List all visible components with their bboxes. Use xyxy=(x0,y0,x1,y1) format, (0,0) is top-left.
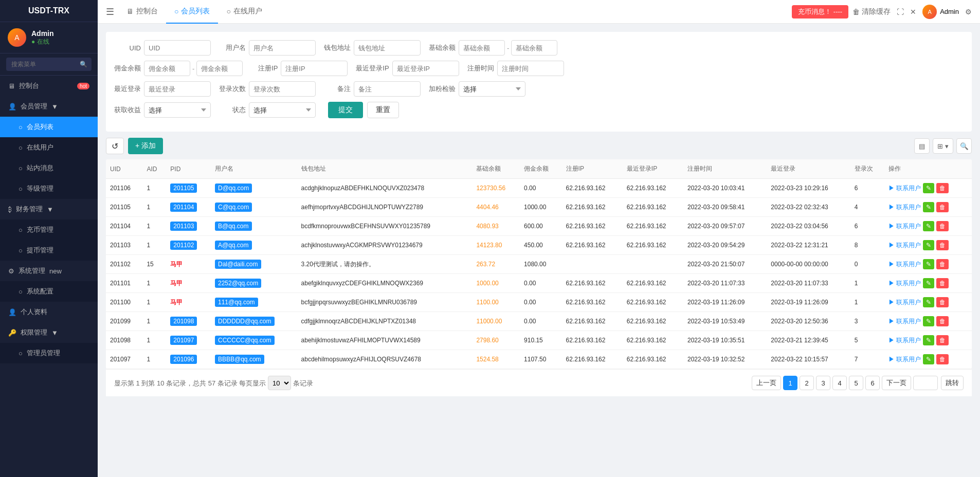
last-login-ip-input[interactable] xyxy=(392,61,459,76)
page-6-button[interactable]: 6 xyxy=(865,376,880,390)
topbar-nav-dashboard[interactable]: 🖥 控制台 xyxy=(118,0,166,24)
sidebar-item-finance[interactable]: ₿ 财务管理 ▼ xyxy=(0,199,98,219)
fullscreen-button[interactable]: ⛶ xyxy=(897,8,904,16)
earnings-select[interactable]: 选择 xyxy=(144,102,211,118)
last-login-input[interactable] xyxy=(144,81,211,97)
wallet-input[interactable] xyxy=(354,40,421,56)
pid-badge[interactable]: 201104 xyxy=(170,203,197,212)
contact-user-button[interactable]: ▶ 联系用户 xyxy=(888,317,921,326)
next-page-button[interactable]: 下一页 xyxy=(882,376,911,390)
delete-button[interactable]: 🗑 xyxy=(936,259,949,269)
table-search-button[interactable]: 🔍 xyxy=(956,138,972,154)
sidebar-item-permission[interactable]: 🔑 权限管理 ▼ xyxy=(0,322,98,343)
contact-user-button[interactable]: ▶ 联系用户 xyxy=(888,184,921,193)
username-badge[interactable]: D@qq.com xyxy=(215,184,252,193)
username-badge[interactable]: C@qq.com xyxy=(215,203,252,212)
username-badge[interactable]: 2252@qq.com xyxy=(215,279,261,288)
sidebar-item-profile[interactable]: 👤 个人资料 xyxy=(0,302,98,322)
add-member-button[interactable]: + 添加 xyxy=(128,138,163,154)
clear-cache-button[interactable]: 🗑 清除缓存 xyxy=(852,7,891,16)
edit-button[interactable]: ✎ xyxy=(923,240,934,250)
sidebar-item-member-mgmt[interactable]: 👤 会员管理 ▼ xyxy=(0,96,98,117)
refresh-button[interactable]: ↺ xyxy=(106,138,124,154)
username-badge[interactable]: A@qq.com xyxy=(215,241,252,250)
edit-button[interactable]: ✎ xyxy=(923,183,934,193)
username-badge[interactable]: 111@qq.com xyxy=(215,298,258,307)
username-badge[interactable]: Dal@daili.com xyxy=(215,260,261,269)
delete-button[interactable]: 🗑 xyxy=(936,354,949,364)
page-1-button[interactable]: 1 xyxy=(783,376,797,390)
list-view-button[interactable]: ▤ xyxy=(914,138,930,154)
commission-min-input[interactable] xyxy=(144,61,190,76)
sidebar-item-dashboard[interactable]: 🖥 控制台 hot xyxy=(0,76,98,96)
menu-toggle-button[interactable]: ☰ xyxy=(106,6,114,17)
commission-max-input[interactable] xyxy=(196,61,243,76)
login-count-input[interactable] xyxy=(249,81,316,97)
goto-button[interactable]: 跳转 xyxy=(941,376,964,390)
username-badge[interactable]: BBBB@qq.com xyxy=(215,355,264,364)
sidebar-item-level-mgmt[interactable]: ○ 等级管理 xyxy=(0,178,98,199)
search-input[interactable] xyxy=(6,58,92,71)
sidebar-item-site-notice[interactable]: ○ 站内消息 xyxy=(0,158,98,178)
contact-user-button[interactable]: ▶ 联系用户 xyxy=(888,336,921,345)
username-badge[interactable]: DDDDDD@qq.com xyxy=(215,317,275,326)
fan-check-select[interactable]: 选择 xyxy=(459,81,525,97)
delete-button[interactable]: 🗑 xyxy=(936,278,949,288)
delete-button[interactable]: 🗑 xyxy=(936,221,949,231)
contact-user-button[interactable]: ▶ 联系用户 xyxy=(888,222,921,231)
pid-badge[interactable]: 201096 xyxy=(170,355,197,364)
sidebar-item-recharge[interactable]: ○ 充币管理 xyxy=(0,219,98,240)
goto-page-input[interactable] xyxy=(913,376,938,390)
status-select[interactable]: 选择 xyxy=(249,102,316,118)
admin-menu[interactable]: A Admin xyxy=(922,5,959,19)
page-4-button[interactable]: 4 xyxy=(832,376,847,390)
delete-button[interactable]: 🗑 xyxy=(936,240,949,250)
contact-user-button[interactable]: ▶ 联系用户 xyxy=(888,241,921,250)
page-2-button[interactable]: 2 xyxy=(800,376,814,390)
reset-button[interactable]: 重置 xyxy=(367,102,399,118)
sidebar-item-online-users[interactable]: ○ 在线用户 xyxy=(0,137,98,158)
edit-button[interactable]: ✎ xyxy=(923,316,934,326)
username-input[interactable] xyxy=(249,40,316,56)
uid-input[interactable] xyxy=(144,40,211,56)
edit-button[interactable]: ✎ xyxy=(923,202,934,212)
grid-view-button[interactable]: ⊞ ▾ xyxy=(933,138,953,154)
pid-badge[interactable]: 201098 xyxy=(170,317,197,326)
delete-button[interactable]: 🗑 xyxy=(936,335,949,345)
pid-badge[interactable]: 201105 xyxy=(170,184,197,193)
base-balance-max-input[interactable] xyxy=(511,40,557,56)
delete-button[interactable]: 🗑 xyxy=(936,297,949,307)
topbar-nav-member-list[interactable]: ○ 会员列表 xyxy=(166,0,218,24)
page-5-button[interactable]: 5 xyxy=(849,376,863,390)
edit-button[interactable]: ✎ xyxy=(923,335,934,345)
pid-badge[interactable]: 201102 xyxy=(170,241,197,250)
sidebar-item-member-list[interactable]: ○ 会员列表 xyxy=(0,117,98,137)
contact-user-button[interactable]: ▶ 联系用户 xyxy=(888,298,921,307)
contact-user-button[interactable]: ▶ 联系用户 xyxy=(888,355,921,364)
edit-button[interactable]: ✎ xyxy=(923,278,934,288)
prev-page-button[interactable]: 上一页 xyxy=(752,376,781,390)
contact-user-button[interactable]: ▶ 联系用户 xyxy=(888,203,921,212)
sidebar-item-admin-mgmt[interactable]: ○ 管理员管理 xyxy=(0,343,98,363)
reg-ip-input[interactable] xyxy=(281,61,348,76)
sidebar-item-system[interactable]: ⚙ 系统管理 new xyxy=(0,261,98,281)
edit-button[interactable]: ✎ xyxy=(923,259,934,269)
username-badge[interactable]: CCCCCC@qq.com xyxy=(215,336,275,345)
sidebar-item-sys-config[interactable]: ○ 系统配置 xyxy=(0,281,98,302)
base-balance-min-input[interactable] xyxy=(459,40,505,56)
topbar-nav-online-users[interactable]: ○ 在线用户 xyxy=(218,0,270,24)
contact-user-button[interactable]: ▶ 联系用户 xyxy=(888,279,921,288)
contact-user-button[interactable]: ▶ 联系用户 xyxy=(888,260,921,269)
delete-button[interactable]: 🗑 xyxy=(936,183,949,193)
settings-button[interactable]: ⚙ xyxy=(965,8,972,16)
page-3-button[interactable]: 3 xyxy=(816,376,830,390)
submit-button[interactable]: 提交 xyxy=(328,102,363,118)
sidebar-item-withdraw[interactable]: ○ 提币管理 xyxy=(0,240,98,261)
close-tab-button[interactable]: ✕ xyxy=(910,8,916,16)
pid-badge[interactable]: 201097 xyxy=(170,336,197,345)
remark-input[interactable] xyxy=(354,81,421,97)
delete-button[interactable]: 🗑 xyxy=(936,316,949,326)
username-badge[interactable]: B@qq.com xyxy=(215,222,252,231)
delete-button[interactable]: 🗑 xyxy=(936,202,949,212)
edit-button[interactable]: ✎ xyxy=(923,354,934,364)
